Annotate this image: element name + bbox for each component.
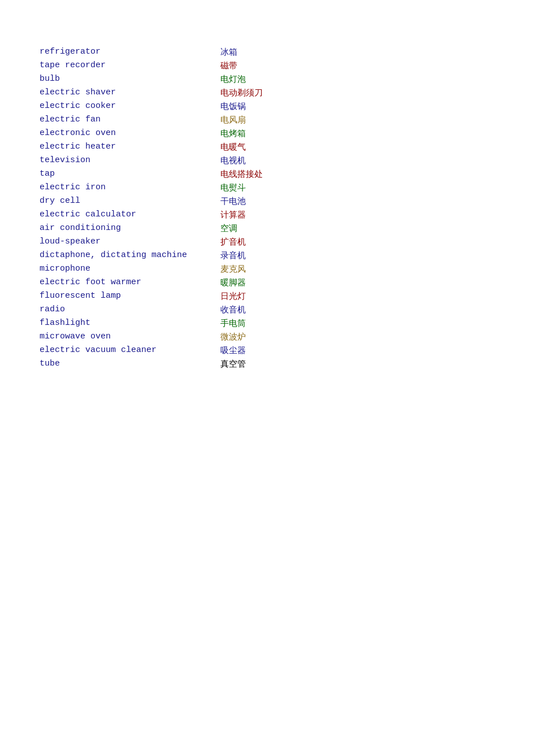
english-term: electric vacuum cleaner [40, 344, 220, 357]
chinese-term: 电视机 [220, 154, 263, 167]
list-item: electronic oven电烤箱 [40, 127, 263, 140]
chinese-term: 真空管 [220, 357, 263, 371]
list-item: dictaphone, dictating machine录音机 [40, 249, 263, 262]
english-term: dry cell [40, 194, 220, 208]
english-term: dictaphone, dictating machine [40, 249, 220, 262]
list-item: electric heater电暖气 [40, 140, 263, 154]
english-term: electric calculator [40, 208, 220, 221]
list-item: electric calculator计算器 [40, 208, 263, 221]
english-term: air conditioning [40, 221, 220, 235]
list-item: flashlight手电筒 [40, 316, 263, 330]
chinese-term: 电暖气 [220, 140, 263, 154]
chinese-term: 日光灯 [220, 289, 263, 303]
list-item: television电视机 [40, 154, 263, 167]
chinese-term: 手电筒 [220, 316, 263, 330]
chinese-term: 扩音机 [220, 235, 263, 249]
chinese-term: 电风扇 [220, 113, 263, 127]
english-term: tap [40, 167, 220, 181]
list-item: tube真空管 [40, 357, 263, 371]
list-item: refrigerator冰箱 [40, 45, 263, 59]
list-item: air conditioning空调 [40, 221, 263, 235]
english-term: radio [40, 303, 220, 316]
english-term: electric heater [40, 140, 220, 154]
chinese-term: 电饭锅 [220, 99, 263, 113]
chinese-term: 电熨斗 [220, 181, 263, 194]
list-item: tap电线搭接处 [40, 167, 263, 181]
chinese-term: 电灯泡 [220, 72, 263, 86]
list-item: tape recorder磁带 [40, 59, 263, 72]
chinese-term: 电动剃须刀 [220, 86, 263, 99]
english-term: fluorescent lamp [40, 289, 220, 303]
chinese-term: 暖脚器 [220, 276, 263, 289]
english-term: loud-speaker [40, 235, 220, 249]
chinese-term: 干电池 [220, 194, 263, 208]
list-item: electric vacuum cleaner吸尘器 [40, 344, 263, 357]
english-term: electric foot warmer [40, 276, 220, 289]
list-item: fluorescent lamp日光灯 [40, 289, 263, 303]
list-item: electric fan电风扇 [40, 113, 263, 127]
list-item: bulb电灯泡 [40, 72, 263, 86]
chinese-term: 空调 [220, 221, 263, 235]
english-term: electric shaver [40, 86, 220, 99]
english-term: flashlight [40, 316, 220, 330]
english-term: refrigerator [40, 45, 220, 59]
vocab-table: refrigerator冰箱tape recorder磁带bulb电灯泡elec… [40, 45, 263, 371]
chinese-term: 电烤箱 [220, 127, 263, 140]
chinese-term: 收音机 [220, 303, 263, 316]
chinese-term: 磁带 [220, 59, 263, 72]
chinese-term: 吸尘器 [220, 344, 263, 357]
chinese-term: 冰箱 [220, 45, 263, 59]
chinese-term: 麦克风 [220, 262, 263, 276]
english-term: tube [40, 357, 220, 371]
chinese-term: 电线搭接处 [220, 167, 263, 181]
english-term: bulb [40, 72, 220, 86]
english-term: electric cooker [40, 99, 220, 113]
list-item: electric iron电熨斗 [40, 181, 263, 194]
english-term: microwave oven [40, 330, 220, 344]
list-item: microwave oven微波炉 [40, 330, 263, 344]
english-term: microphone [40, 262, 220, 276]
list-item: electric shaver电动剃须刀 [40, 86, 263, 99]
list-item: loud-speaker扩音机 [40, 235, 263, 249]
chinese-term: 微波炉 [220, 330, 263, 344]
list-item: electric cooker电饭锅 [40, 99, 263, 113]
english-term: electronic oven [40, 127, 220, 140]
english-term: television [40, 154, 220, 167]
list-item: dry cell干电池 [40, 194, 263, 208]
english-term: electric fan [40, 113, 220, 127]
english-term: electric iron [40, 181, 220, 194]
english-term: tape recorder [40, 59, 220, 72]
list-item: electric foot warmer暖脚器 [40, 276, 263, 289]
list-item: radio收音机 [40, 303, 263, 316]
chinese-term: 录音机 [220, 249, 263, 262]
chinese-term: 计算器 [220, 208, 263, 221]
list-item: microphone麦克风 [40, 262, 263, 276]
